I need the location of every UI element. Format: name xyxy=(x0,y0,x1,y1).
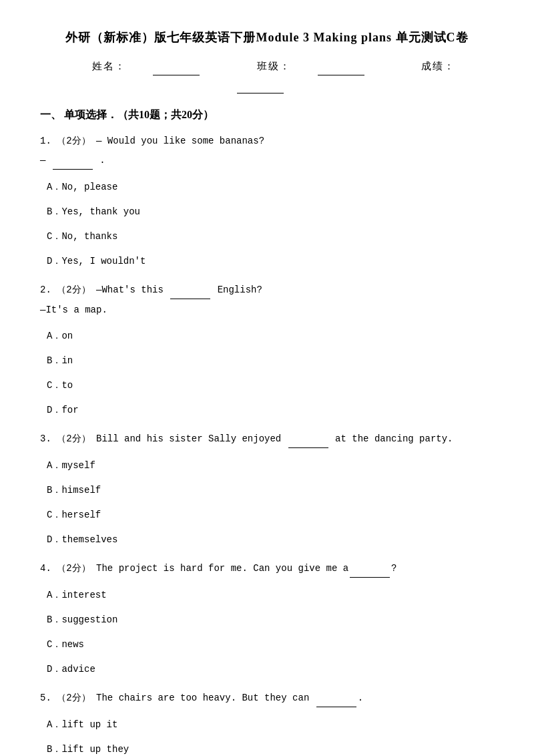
question-3: 3. （2分） Bill and his sister Sally enjoye… xyxy=(40,431,494,548)
page-title: 外研（新标准）版七年级英语下册Module 3 Making plans 单元测… xyxy=(40,27,494,48)
question-1: 1. （2分） — Would you like some bananas? —… xyxy=(40,133,494,270)
question-4: 4. （2分） The project is hard for me. Can … xyxy=(40,560,494,678)
question-2: 2. （2分） —What's this English? —It's a ma… xyxy=(40,282,494,419)
option-1a: A．No, please xyxy=(40,179,494,196)
option-3c: C．herself xyxy=(40,507,494,524)
option-3b: B．himself xyxy=(40,482,494,499)
option-5b: B．lift up they xyxy=(40,741,494,756)
class-label: 班级： xyxy=(244,61,382,71)
option-2d: D．for xyxy=(40,402,494,419)
question-1-text: 1. （2分） — Would you like some bananas? xyxy=(40,133,494,150)
option-3d: D．themselves xyxy=(40,532,494,548)
option-2c: C．to xyxy=(40,377,494,394)
option-4d: D．advice xyxy=(40,661,494,678)
question-4-text: 4. （2分） The project is hard for me. Can … xyxy=(40,560,494,577)
info-row: 姓名： 班级： 成绩： xyxy=(40,57,494,93)
question-2-subtext: —It's a map. xyxy=(40,302,494,319)
name-label: 姓名： xyxy=(79,61,217,71)
option-1b: B．Yes, thank you xyxy=(40,204,494,220)
option-2a: A．on xyxy=(40,328,494,345)
question-3-text: 3. （2分） Bill and his sister Sally enjoye… xyxy=(40,431,494,447)
section1-title: 一、 单项选择．（共10题；共20分） xyxy=(40,106,494,125)
option-4c: C．news xyxy=(40,636,494,653)
option-4a: A．interest xyxy=(40,587,494,604)
option-2b: B．in xyxy=(40,353,494,369)
question-1-subtext: — . xyxy=(40,152,494,169)
option-5a: A．lift up it xyxy=(40,717,494,733)
option-4b: B．suggestion xyxy=(40,612,494,628)
option-3a: A．myself xyxy=(40,457,494,474)
option-1c: C．No, thanks xyxy=(40,228,494,245)
question-5-text: 5. （2分） The chairs are too heavy. But th… xyxy=(40,690,494,707)
question-5: 5. （2分） The chairs are too heavy. But th… xyxy=(40,690,494,756)
option-1d: D．Yes, I wouldn't xyxy=(40,253,494,270)
question-2-text: 2. （2分） —What's this English? xyxy=(40,282,494,299)
